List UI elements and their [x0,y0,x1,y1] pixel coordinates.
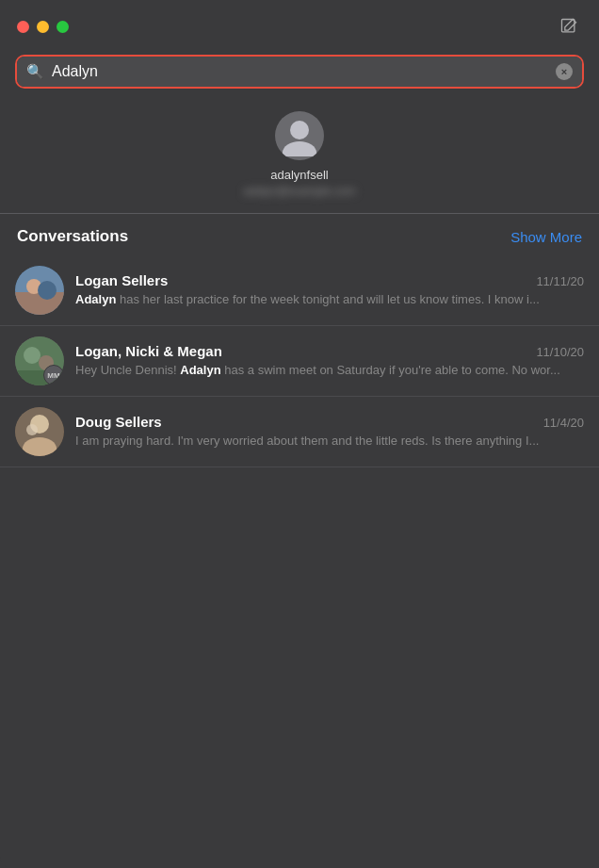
conversation-date: 11/10/20 [536,345,584,359]
conversation-date: 11/11/20 [536,274,584,288]
svg-point-1 [290,121,309,139]
preview-prefix: Hey Uncle Dennis! [75,363,180,377]
conversation-content: Logan, Nicki & Megan 11/10/20 Hey Uncle … [75,343,584,379]
conversations-title: Conversations [17,227,128,246]
conversation-name: Logan, Nicki & Megan [75,343,222,359]
avatar-image [15,407,64,456]
conversation-content: Logan Sellers 11/11/20 Adalyn has her la… [75,272,584,308]
conversation-preview: Adalyn has her last practice for the wee… [75,291,584,308]
compose-icon [559,17,578,36]
preview-bold: Adalyn [75,292,116,306]
contact-username: adalynfsell [270,168,328,182]
conversation-top: Logan Sellers 11/11/20 [75,272,584,288]
preview-bold: Adalyn [180,363,220,377]
conversation-date: 11/4/20 [543,416,584,430]
conversation-list: Logan Sellers 11/11/20 Adalyn has her la… [0,255,599,868]
preview-text: has a swim meet on Saturday if you're ab… [221,363,560,377]
search-container: 🔍 × [15,55,584,89]
avatar-image [15,266,64,315]
show-more-button[interactable]: Show More [510,229,582,245]
conversation-item[interactable]: Doug Sellers 11/4/20 I am praying hard. … [0,397,599,467]
person-icon [279,115,320,156]
search-icon: 🔍 [26,63,44,80]
search-clear-button[interactable]: × [556,63,573,80]
avatar-group: MM [15,336,64,385]
compose-button[interactable] [556,13,582,40]
contact-avatar [275,111,324,160]
minimize-button[interactable] [37,21,49,33]
avatar-doug-sellers [15,407,64,456]
mm-badge: MM [43,365,64,385]
svg-point-2 [283,141,316,156]
svg-point-8 [24,347,40,364]
svg-point-14 [26,424,38,435]
preview-text: has her last practice for the week tonig… [116,292,539,306]
avatar-logan-sellers [15,266,64,315]
messages-window: 🔍 × adalynfsell adalyn@example.com Conve… [0,0,599,868]
conversation-item[interactable]: MM Logan, Nicki & Megan 11/10/20 Hey Unc… [0,326,599,397]
title-bar [0,0,599,49]
conversation-top: Doug Sellers 11/4/20 [75,414,584,430]
maximize-button[interactable] [57,21,69,33]
contact-result[interactable]: adalynfsell adalyn@example.com [0,102,599,213]
conversation-name: Doug Sellers [75,414,162,430]
conversation-top: Logan, Nicki & Megan 11/10/20 [75,343,584,359]
conversation-content: Doug Sellers 11/4/20 I am praying hard. … [75,414,584,450]
conversation-preview: I am praying hard. I'm very worried abou… [75,433,584,450]
search-bar: 🔍 × [17,57,582,87]
traffic-lights [17,21,69,33]
svg-point-6 [38,281,57,300]
close-button[interactable] [17,21,29,33]
conversation-preview: Hey Uncle Dennis! Adalyn has a swim meet… [75,362,584,379]
contact-email: adalyn@example.com [244,185,356,198]
conversation-name: Logan Sellers [75,272,168,288]
conversations-header: Conversations Show More [0,214,599,255]
search-input[interactable] [52,63,548,80]
preview-text: I am praying hard. I'm very worried abou… [75,434,539,448]
conversation-item[interactable]: Logan Sellers 11/11/20 Adalyn has her la… [0,255,599,326]
